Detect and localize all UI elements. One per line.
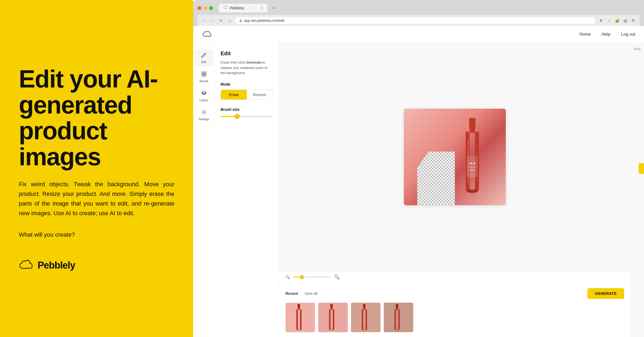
- logo-area: Pebblely: [19, 260, 174, 271]
- svg-rect-13: [298, 308, 300, 310]
- logout-nav-link[interactable]: Log out: [621, 32, 635, 37]
- forward-nav-button[interactable]: →: [209, 17, 216, 24]
- app-nav-links: Home Help Log out: [579, 32, 635, 37]
- brush-size-slider[interactable]: [221, 116, 273, 117]
- sidebar-item-layers[interactable]: Layers: [195, 87, 213, 104]
- edit-panel: Edit Erase then click Generate to replac…: [215, 43, 279, 337]
- app-logo: [202, 30, 213, 38]
- hero-question: What will you create?: [19, 231, 174, 238]
- bottom-panel-header: Recent View all GENERATE: [286, 288, 624, 299]
- logo-text: Pebblely: [38, 260, 75, 271]
- thumbnail-2[interactable]: SK-II: [318, 303, 348, 332]
- traffic-lights: [197, 6, 213, 10]
- app-navbar: Home Help Log out: [193, 26, 644, 43]
- svg-point-11: [466, 189, 478, 192]
- sidebar-toggle-icon[interactable]: ▤: [622, 17, 628, 24]
- thumb-inner-4: SK-II: [384, 303, 413, 332]
- share-icon[interactable]: ⬆: [598, 17, 604, 24]
- tab-favicon-icon: [223, 6, 228, 10]
- assets-icon: [201, 71, 207, 78]
- sidebar-layers-label: Layers: [199, 98, 208, 102]
- maximize-button[interactable]: [209, 6, 213, 10]
- view-all-link[interactable]: View all: [305, 291, 317, 296]
- app-logo-cloud-icon: [202, 30, 213, 38]
- zoom-in-icon[interactable]: 🔍: [334, 274, 340, 280]
- skii-bottle-svg: SK-II SKINPOWER ESSENCE: [459, 118, 486, 199]
- tab-close-button[interactable]: ✕: [260, 6, 263, 10]
- hero-subtitle: Fix weird objects. Tweak the background.…: [19, 180, 174, 218]
- settings-icon: [201, 109, 207, 116]
- svg-rect-22: [396, 308, 398, 310]
- browser-tab[interactable]: Pebblely ✕: [219, 4, 267, 12]
- svg-rect-5: [469, 118, 475, 127]
- sidebar-item-settings[interactable]: Settings: [195, 107, 213, 123]
- svg-text:SK-II: SK-II: [469, 162, 476, 165]
- recent-label[interactable]: Recent: [286, 291, 298, 296]
- svg-text:SK-II: SK-II: [298, 320, 300, 322]
- zoom-out-icon[interactable]: 🔍: [286, 275, 290, 279]
- svg-text:SK-II: SK-II: [396, 320, 398, 322]
- app-main: Edit Assets: [193, 43, 644, 337]
- canvas-main[interactable]: SK-II SKINPOWER ESSENCE: [279, 43, 631, 271]
- address-field[interactable]: 🔒 app-dev.pebblely.com/edit: [235, 17, 596, 24]
- thumbnail-4[interactable]: SK-II: [384, 303, 413, 332]
- generate-button[interactable]: GENERATE: [587, 288, 624, 299]
- svg-point-4: [203, 111, 205, 113]
- back-label: Back: [631, 45, 644, 53]
- app-content: Home Help Log out Edit: [193, 26, 644, 337]
- yellow-panel: Edit your AI-generated product images Fi…: [0, 0, 193, 337]
- svg-text:SK-II: SK-II: [330, 320, 333, 322]
- window-icon[interactable]: ⧉: [630, 17, 636, 24]
- sidebar-assets-label: Assets: [199, 79, 208, 83]
- thumb-inner-1: SK-II: [286, 303, 315, 332]
- layers-icon: [201, 90, 207, 97]
- erase-mode-button[interactable]: Erase: [221, 90, 247, 100]
- new-tab-button[interactable]: +: [270, 4, 277, 12]
- back-nav-button[interactable]: ←: [201, 17, 207, 24]
- svg-rect-18: [363, 304, 365, 308]
- url-text: app-dev.pebblely.com/edit: [244, 19, 284, 23]
- thumbnail-3[interactable]: SK-II: [351, 303, 380, 332]
- sidebar-item-assets[interactable]: Assets: [195, 68, 213, 85]
- erased-area: [417, 152, 455, 205]
- tab-title: Pebblely: [230, 6, 244, 10]
- minimize-button[interactable]: [203, 6, 207, 10]
- bottom-panel: Recent View all GENERATE: [279, 283, 631, 337]
- sidebar: Edit Assets: [193, 43, 215, 337]
- sidebar-item-edit[interactable]: Edit: [195, 49, 213, 66]
- close-button[interactable]: [197, 6, 201, 10]
- sidebar-settings-label: Settings: [199, 118, 209, 121]
- svg-rect-6: [470, 127, 475, 133]
- refresh-nav-button[interactable]: ↻: [218, 17, 224, 24]
- svg-rect-12: [298, 304, 300, 308]
- edit-panel-desc: Erase then click Generate to replace any…: [221, 60, 273, 76]
- thumb-inner-2: SK-II: [318, 303, 348, 332]
- yellow-dot-right: [639, 163, 644, 174]
- help-nav-link[interactable]: Help: [602, 32, 610, 37]
- home-nav-button[interactable]: ⌂: [226, 17, 233, 24]
- browser-wrapper: Pebblely ✕ + ← → ↻ ⌂ 🔒 app-dev.pebblely.…: [193, 0, 644, 337]
- svg-text:SK-II: SK-II: [363, 320, 366, 322]
- right-panel-hint: Back: [631, 43, 644, 337]
- bottom-labels: Recent View all: [286, 291, 317, 296]
- zoom-slider[interactable]: [293, 277, 331, 277]
- product-bottle: SK-II SKINPOWER ESSENCE: [455, 117, 490, 200]
- extension-icon[interactable]: 🧩: [614, 17, 620, 24]
- thumbnail-1[interactable]: SK-II: [286, 303, 315, 332]
- canvas-image-container[interactable]: SK-II SKINPOWER ESSENCE: [404, 109, 506, 205]
- lock-icon: 🔒: [239, 19, 243, 22]
- svg-rect-21: [396, 304, 398, 308]
- browser-titlebar: Pebblely ✕ +: [197, 4, 640, 12]
- logo-cloud-icon: [19, 260, 34, 271]
- svg-text:SKINPOWER: SKINPOWER: [468, 166, 477, 168]
- star-icon[interactable]: ☆: [606, 17, 612, 24]
- home-nav-link[interactable]: Home: [579, 32, 591, 37]
- svg-rect-15: [330, 304, 333, 308]
- brush-size-label: Brush size: [221, 107, 273, 112]
- restore-mode-button[interactable]: Restore: [247, 90, 273, 100]
- svg-rect-1: [204, 72, 206, 74]
- browser-chrome: Pebblely ✕ + ← → ↻ ⌂ 🔒 app-dev.pebblely.…: [193, 0, 644, 26]
- edit-icon: [201, 52, 207, 59]
- svg-rect-2: [202, 74, 204, 76]
- edit-desc-prefix: Erase then click: [221, 60, 246, 64]
